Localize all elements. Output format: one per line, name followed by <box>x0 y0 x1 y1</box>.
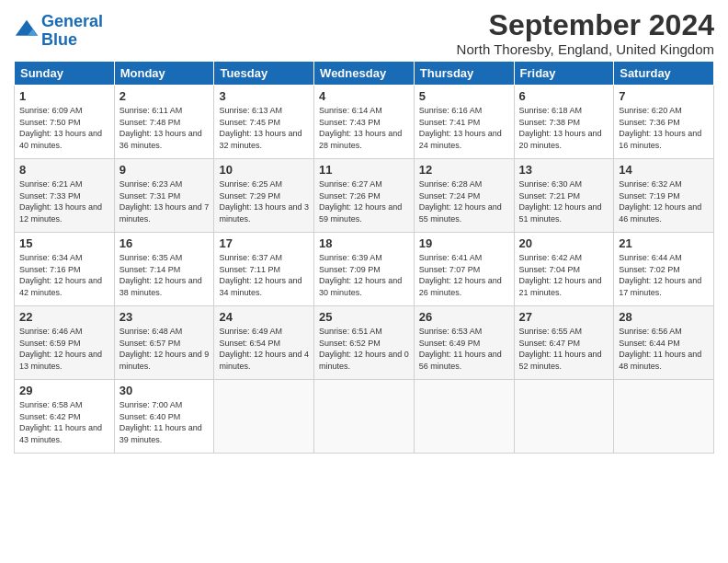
table-cell: 13Sunrise: 6:30 AMSunset: 7:21 PMDayligh… <box>514 159 614 233</box>
day-number: 26 <box>419 310 509 324</box>
cell-info: Sunrise: 6:53 AMSunset: 6:49 PMDaylight:… <box>419 326 509 372</box>
cell-info: Sunrise: 6:58 AMSunset: 6:42 PMDaylight:… <box>19 399 109 445</box>
table-cell: 15Sunrise: 6:34 AMSunset: 7:16 PMDayligh… <box>15 233 115 306</box>
col-sunday: Sunday <box>15 62 115 86</box>
cell-info: Sunrise: 6:41 AMSunset: 7:07 PMDaylight:… <box>419 252 509 298</box>
cell-info: Sunrise: 6:28 AMSunset: 7:24 PMDaylight:… <box>419 178 509 224</box>
cell-info: Sunrise: 6:55 AMSunset: 6:47 PMDaylight:… <box>519 326 609 372</box>
table-cell: 28Sunrise: 6:56 AMSunset: 6:44 PMDayligh… <box>614 306 714 380</box>
col-thursday: Thursday <box>414 62 514 86</box>
table-cell: 11Sunrise: 6:27 AMSunset: 7:26 PMDayligh… <box>314 159 415 233</box>
cell-info: Sunrise: 7:00 AMSunset: 6:40 PMDaylight:… <box>119 399 210 445</box>
week-row-4: 22Sunrise: 6:46 AMSunset: 6:59 PMDayligh… <box>15 306 714 380</box>
week-row-1: 1Sunrise: 6:09 AMSunset: 7:50 PMDaylight… <box>15 86 714 159</box>
table-cell <box>514 380 614 454</box>
day-number: 8 <box>19 163 109 177</box>
day-number: 23 <box>119 310 210 324</box>
cell-info: Sunrise: 6:51 AMSunset: 6:52 PMDaylight:… <box>319 326 409 372</box>
day-number: 5 <box>419 89 509 103</box>
day-number: 30 <box>119 384 210 397</box>
cell-info: Sunrise: 6:30 AMSunset: 7:21 PMDaylight:… <box>519 178 609 224</box>
cell-info: Sunrise: 6:23 AMSunset: 7:31 PMDaylight:… <box>119 178 210 224</box>
day-number: 11 <box>319 163 409 177</box>
cell-info: Sunrise: 6:37 AMSunset: 7:11 PMDaylight:… <box>219 252 309 298</box>
day-number: 21 <box>619 236 709 250</box>
table-cell: 17Sunrise: 6:37 AMSunset: 7:11 PMDayligh… <box>214 233 314 306</box>
day-number: 14 <box>619 163 709 177</box>
cell-info: Sunrise: 6:49 AMSunset: 6:54 PMDaylight:… <box>219 326 309 372</box>
col-friday: Friday <box>514 62 614 86</box>
day-number: 25 <box>319 310 409 324</box>
day-number: 6 <box>519 89 609 103</box>
day-number: 22 <box>19 310 109 324</box>
day-number: 17 <box>219 236 309 250</box>
table-cell: 10Sunrise: 6:25 AMSunset: 7:29 PMDayligh… <box>214 159 314 233</box>
cell-info: Sunrise: 6:48 AMSunset: 6:57 PMDaylight:… <box>119 326 210 372</box>
table-cell: 1Sunrise: 6:09 AMSunset: 7:50 PMDaylight… <box>15 86 115 159</box>
table-cell <box>614 380 714 454</box>
cell-info: Sunrise: 6:42 AMSunset: 7:04 PMDaylight:… <box>519 252 609 298</box>
day-number: 19 <box>419 236 509 250</box>
table-cell: 19Sunrise: 6:41 AMSunset: 7:07 PMDayligh… <box>414 233 514 306</box>
cell-info: Sunrise: 6:46 AMSunset: 6:59 PMDaylight:… <box>19 326 109 372</box>
table-cell: 8Sunrise: 6:21 AMSunset: 7:33 PMDaylight… <box>15 159 115 233</box>
cell-info: Sunrise: 6:32 AMSunset: 7:19 PMDaylight:… <box>619 178 709 224</box>
table-cell: 26Sunrise: 6:53 AMSunset: 6:49 PMDayligh… <box>414 306 514 380</box>
header: General Blue September 2024 North Thores… <box>14 9 714 57</box>
col-saturday: Saturday <box>614 62 714 86</box>
cell-info: Sunrise: 6:20 AMSunset: 7:36 PMDaylight:… <box>619 105 709 151</box>
location: North Thoresby, England, United Kingdom <box>457 41 714 57</box>
day-number: 18 <box>319 236 409 250</box>
table-cell: 27Sunrise: 6:55 AMSunset: 6:47 PMDayligh… <box>514 306 614 380</box>
week-row-5: 29Sunrise: 6:58 AMSunset: 6:42 PMDayligh… <box>15 380 714 454</box>
table-cell: 6Sunrise: 6:18 AMSunset: 7:38 PMDaylight… <box>514 86 614 159</box>
cell-info: Sunrise: 6:34 AMSunset: 7:16 PMDaylight:… <box>19 252 109 298</box>
cell-info: Sunrise: 6:21 AMSunset: 7:33 PMDaylight:… <box>19 178 109 224</box>
col-monday: Monday <box>114 62 214 86</box>
col-wednesday: Wednesday <box>314 62 415 86</box>
week-row-3: 15Sunrise: 6:34 AMSunset: 7:16 PMDayligh… <box>15 233 714 306</box>
week-row-2: 8Sunrise: 6:21 AMSunset: 7:33 PMDaylight… <box>15 159 714 233</box>
col-tuesday: Tuesday <box>214 62 314 86</box>
day-number: 9 <box>119 163 210 177</box>
table-cell: 9Sunrise: 6:23 AMSunset: 7:31 PMDaylight… <box>114 159 214 233</box>
table-cell <box>314 380 415 454</box>
cell-info: Sunrise: 6:25 AMSunset: 7:29 PMDaylight:… <box>219 178 309 224</box>
cell-info: Sunrise: 6:44 AMSunset: 7:02 PMDaylight:… <box>619 252 709 298</box>
table-cell: 18Sunrise: 6:39 AMSunset: 7:09 PMDayligh… <box>314 233 415 306</box>
table-cell: 21Sunrise: 6:44 AMSunset: 7:02 PMDayligh… <box>614 233 714 306</box>
cell-info: Sunrise: 6:18 AMSunset: 7:38 PMDaylight:… <box>519 105 609 151</box>
header-row: Sunday Monday Tuesday Wednesday Thursday… <box>15 62 714 86</box>
month-title: September 2024 <box>457 9 714 41</box>
logo: General Blue <box>14 13 103 50</box>
logo-icon <box>14 18 40 44</box>
day-number: 2 <box>119 89 210 103</box>
day-number: 28 <box>619 310 709 324</box>
table-cell <box>214 380 314 454</box>
table-cell: 20Sunrise: 6:42 AMSunset: 7:04 PMDayligh… <box>514 233 614 306</box>
table-cell: 14Sunrise: 6:32 AMSunset: 7:19 PMDayligh… <box>614 159 714 233</box>
day-number: 12 <box>419 163 509 177</box>
table-cell: 24Sunrise: 6:49 AMSunset: 6:54 PMDayligh… <box>214 306 314 380</box>
day-number: 10 <box>219 163 309 177</box>
calendar-table: Sunday Monday Tuesday Wednesday Thursday… <box>14 61 714 454</box>
table-cell: 29Sunrise: 6:58 AMSunset: 6:42 PMDayligh… <box>15 380 115 454</box>
day-number: 3 <box>219 89 309 103</box>
day-number: 29 <box>19 384 109 397</box>
cell-info: Sunrise: 6:09 AMSunset: 7:50 PMDaylight:… <box>19 105 109 151</box>
day-number: 16 <box>119 236 210 250</box>
logo-text: General Blue <box>41 13 103 50</box>
cell-info: Sunrise: 6:13 AMSunset: 7:45 PMDaylight:… <box>219 105 309 151</box>
cell-info: Sunrise: 6:11 AMSunset: 7:48 PMDaylight:… <box>119 105 210 151</box>
table-cell: 12Sunrise: 6:28 AMSunset: 7:24 PMDayligh… <box>414 159 514 233</box>
cell-info: Sunrise: 6:39 AMSunset: 7:09 PMDaylight:… <box>319 252 409 298</box>
table-cell <box>414 380 514 454</box>
table-cell: 3Sunrise: 6:13 AMSunset: 7:45 PMDaylight… <box>214 86 314 159</box>
day-number: 20 <box>519 236 609 250</box>
cell-info: Sunrise: 6:14 AMSunset: 7:43 PMDaylight:… <box>319 105 409 151</box>
table-cell: 2Sunrise: 6:11 AMSunset: 7:48 PMDaylight… <box>114 86 214 159</box>
day-number: 27 <box>519 310 609 324</box>
table-cell: 4Sunrise: 6:14 AMSunset: 7:43 PMDaylight… <box>314 86 415 159</box>
title-block: September 2024 North Thoresby, England, … <box>457 9 714 57</box>
table-cell: 5Sunrise: 6:16 AMSunset: 7:41 PMDaylight… <box>414 86 514 159</box>
